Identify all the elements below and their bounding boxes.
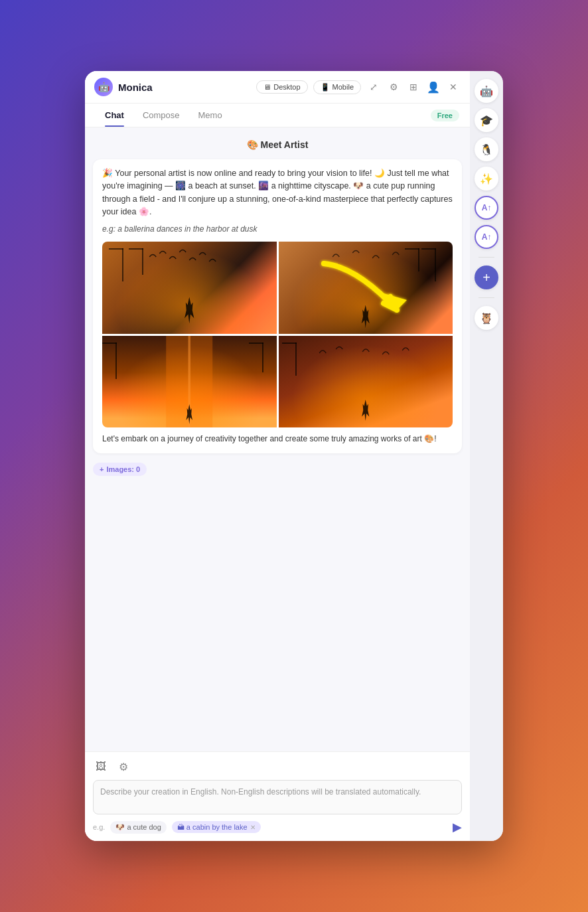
examples-label: e.g. [93,823,105,831]
embark-text: Let's embark on a journey of creativity … [102,433,453,445]
sidebar-plus-icon[interactable]: + [475,266,498,289]
title-bar: 🤖 Monica 🖥 Desktop 📱 Mobile ⤢ ⚙ ⊞ 👤 ✕ [85,71,470,104]
expand-icon[interactable]: ⤢ [366,80,381,94]
input-area: 🖼 ⚙ Describe your creation in English. N… [85,751,470,841]
image-cell-3 [102,336,277,428]
sidebar-anthropic2-icon[interactable]: A↑ [475,225,498,249]
close-icon[interactable]: ✕ [446,80,461,94]
image-grid [102,242,453,427]
free-badge: Free [431,110,459,121]
mobile-button[interactable]: 📱 Mobile [313,80,361,94]
sidebar-sparkle-icon[interactable]: ✨ [475,167,498,190]
settings-icon[interactable]: ⚙ [386,80,401,94]
right-sidebar: 🤖 🎓 🐧 ✨ A↑ A↑ + 🦉 [470,71,503,841]
desktop-icon: 🖥 [263,83,271,91]
tab-compose[interactable]: Compose [133,104,189,127]
send-button[interactable]: ▶ [453,820,462,834]
grid-icon[interactable]: ⊞ [406,80,421,94]
tab-chat[interactable]: Chat [96,104,133,127]
sidebar-divider [478,257,494,258]
image-cell-2 [279,242,453,334]
description-input[interactable]: Describe your creation in English. Non-E… [93,780,462,814]
meet-artist-header: 🎨 Meet Artist [93,135,462,153]
chat-area[interactable]: 🎨 Meet Artist 🎉 Your personal artist is … [85,127,470,751]
images-plus-icon: + [100,465,104,473]
desktop-button[interactable]: 🖥 Desktop [256,80,307,94]
example-text: e.g: a ballerina dances in the harbor at… [102,223,453,236]
input-toolbar: 🖼 ⚙ [93,759,462,775]
tab-memo[interactable]: Memo [189,104,232,127]
sidebar-penguin-icon[interactable]: 🐧 [475,137,498,161]
image-cell-1 [102,242,277,334]
svg-rect-0 [166,336,212,428]
example-chip-cabin[interactable]: 🏔 a cabin by the lake ✕ [172,821,261,833]
sidebar-owl-icon[interactable]: 🦉 [475,306,498,330]
sidebar-cap-icon[interactable]: 🎓 [475,108,498,132]
sidebar-divider-2 [478,297,494,298]
images-badge[interactable]: + Images: 0 [93,463,147,476]
main-panel: 🤖 Monica 🖥 Desktop 📱 Mobile ⤢ ⚙ ⊞ 👤 ✕ Ch… [85,71,470,841]
image-upload-icon[interactable]: 🖼 [93,759,109,775]
app-name: Monica [118,82,153,93]
images-count-label: Images: 0 [106,465,140,473]
tabs-bar: Chat Compose Memo Free [85,104,470,127]
mobile-icon: 📱 [321,83,330,92]
settings-tool-icon[interactable]: ⚙ [115,759,131,775]
input-examples: e.g. 🐶 a cute dog 🏔 a cabin by the lake … [93,820,462,834]
message-bubble-1: 🎉 Your personal artist is now online and… [93,159,462,453]
user-icon[interactable]: 👤 [426,80,441,94]
monica-logo: 🤖 [94,78,113,96]
sidebar-anthropic1-icon[interactable]: A↑ [475,196,498,220]
sidebar-monica-icon[interactable]: 🤖 [475,79,498,103]
app-window: 🤖 Monica 🖥 Desktop 📱 Mobile ⤢ ⚙ ⊞ 👤 ✕ Ch… [85,71,503,841]
example-chip-dog[interactable]: 🐶 a cute dog [110,821,166,834]
artist-emoji: 🎨 [247,139,258,150]
close-chip-icon[interactable]: ✕ [250,824,256,831]
image-cell-4 [279,336,453,428]
